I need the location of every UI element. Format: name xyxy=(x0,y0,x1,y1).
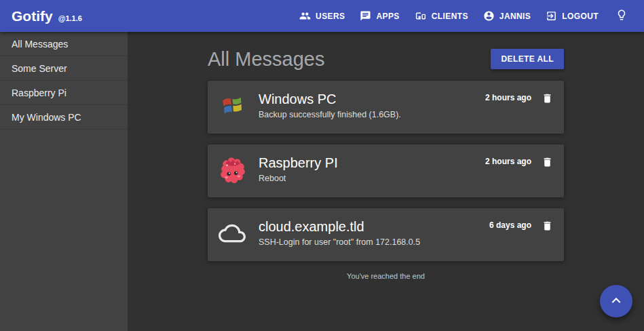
nav-users-label: USERS xyxy=(316,12,345,21)
message-meta: 2 hours ago xyxy=(485,154,553,188)
message-app-title: Windows PC xyxy=(259,91,485,107)
nav-clients-button[interactable]: CLIENTS xyxy=(407,5,476,27)
message-card: Windows PC Backup successfully finished … xyxy=(208,81,564,134)
sidebar-item-raspberry-pi[interactable]: Raspberry Pi xyxy=(0,81,128,105)
message-text: Reboot xyxy=(259,174,485,183)
apps-icon xyxy=(360,10,371,22)
nav-apps-button[interactable]: APPS xyxy=(352,5,406,27)
raspberry-icon xyxy=(219,154,247,185)
message-timestamp: 2 hours ago xyxy=(485,92,531,103)
trash-icon xyxy=(542,224,553,234)
clients-icon xyxy=(415,10,427,22)
message-card: cloud.example.tld SSH-Login for user "ro… xyxy=(208,208,564,261)
page-header: All Messages DELETE ALL xyxy=(208,49,564,69)
nav-clients-label: CLIENTS xyxy=(432,12,468,21)
delete-all-button[interactable]: DELETE ALL xyxy=(491,49,564,69)
message-text: Backup successfully finished (1.6GB). xyxy=(259,110,485,119)
delete-message-button[interactable] xyxy=(542,156,553,170)
scroll-to-top-button[interactable] xyxy=(600,285,632,317)
cloud-icon xyxy=(219,218,247,249)
nav-logout-label: LOGOUT xyxy=(562,12,599,21)
message-card: Raspberry PI Reboot 2 hours ago xyxy=(208,144,564,197)
nav-user-button[interactable]: JANNIS xyxy=(476,5,538,27)
message-body: Raspberry PI Reboot xyxy=(259,154,485,188)
logout-icon xyxy=(546,10,557,22)
message-meta: 2 hours ago xyxy=(485,90,553,124)
brand-version: @1.1.6 xyxy=(58,14,82,22)
message-meta: 6 days ago xyxy=(489,218,553,252)
message-list: Windows PC Backup successfully finished … xyxy=(208,81,564,261)
brand-name: Gotify xyxy=(12,8,53,24)
message-body: cloud.example.tld SSH-Login for user "ro… xyxy=(259,218,489,252)
sidebar-item-my-windows-pc[interactable]: My Windows PC xyxy=(0,105,128,130)
navbar-actions: USERS APPS CLIENTS JANNIS LOGOUT xyxy=(292,3,644,28)
message-body: Windows PC Backup successfully finished … xyxy=(259,90,485,124)
account-icon xyxy=(483,10,495,22)
nav-user-label: JANNIS xyxy=(499,12,531,21)
theme-lightbulb-icon xyxy=(615,13,628,23)
sidebar: All Messages Some Server Raspberry Pi My… xyxy=(0,32,128,331)
nav-users-button[interactable]: USERS xyxy=(292,5,352,27)
message-app-title: Raspberry PI xyxy=(259,155,485,171)
message-timestamp: 6 days ago xyxy=(489,220,531,231)
message-text: SSH-Login for user "root" from 172.168.0… xyxy=(259,237,489,247)
brand: Gotify @1.1.6 xyxy=(0,8,82,24)
nav-logout-button[interactable]: LOGOUT xyxy=(538,5,606,27)
message-app-title: cloud.example.tld xyxy=(259,218,489,235)
page-title: All Messages xyxy=(208,48,324,71)
trash-icon xyxy=(542,160,553,170)
main-area: All Messages DELETE ALL xyxy=(128,32,644,331)
trash-icon xyxy=(542,96,553,106)
delete-message-button[interactable] xyxy=(542,92,553,106)
sidebar-item-some-server[interactable]: Some Server xyxy=(0,56,128,81)
delete-message-button[interactable] xyxy=(542,220,553,234)
theme-toggle-button[interactable] xyxy=(606,3,634,28)
end-of-list-text: You've reached the end xyxy=(208,272,564,280)
users-icon xyxy=(299,10,311,22)
nav-apps-label: APPS xyxy=(376,12,399,21)
top-navbar: Gotify @1.1.6 USERS APPS CLIENTS JANNIS … xyxy=(0,0,644,32)
sidebar-item-all-messages[interactable]: All Messages xyxy=(0,32,128,56)
windows-logo-icon xyxy=(219,90,247,121)
chevron-up-icon xyxy=(607,292,625,311)
message-timestamp: 2 hours ago xyxy=(485,156,531,167)
